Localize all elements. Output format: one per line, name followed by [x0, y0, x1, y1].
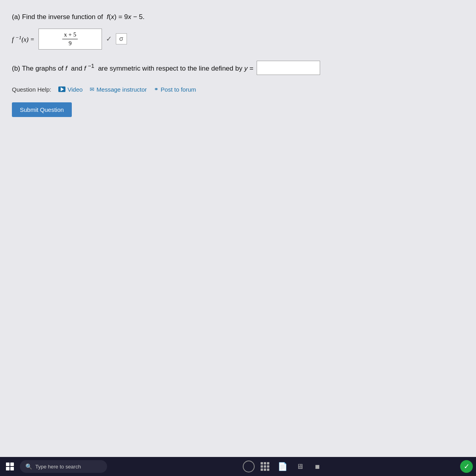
taskbar-search-icon: 🔍	[25, 463, 32, 470]
submit-button[interactable]: Submit Question	[12, 102, 72, 117]
windows-logo-icon	[6, 463, 14, 470]
taskbar-search-text: Type here to search	[35, 464, 81, 470]
video-link-text: Video	[67, 86, 83, 93]
taskbar: 🔍 Type here to search 📄 🖥 ■ ✓	[0, 457, 476, 476]
part-a-function: f(x) = 9x − 5.	[105, 13, 144, 21]
taskbar-apps-button[interactable]	[258, 459, 272, 474]
part-b: (b) The graphs of f and f −1 are symmetr…	[12, 61, 464, 75]
forum-icon: ⚭	[154, 86, 159, 92]
answer-box-b[interactable]	[257, 61, 320, 75]
check-icon[interactable]: ✓	[106, 35, 112, 43]
taskbar-green-circle-button[interactable]: ✓	[460, 460, 473, 473]
post-to-forum-link[interactable]: ⚭ Post to forum	[154, 86, 196, 93]
start-button[interactable]	[0, 457, 20, 476]
part-a-question: (a) Find the inverse function of f(x) = …	[12, 12, 464, 22]
part-b-text-before: (b) The graphs of f and f −1 are symmetr…	[12, 63, 253, 73]
question-help: Question Help: Video ✉ Message instructo…	[12, 86, 464, 93]
taskbar-monitor-button[interactable]: 🖥	[293, 459, 307, 474]
fraction-numerator: x + 5	[62, 31, 78, 39]
main-content: (a) Find the inverse function of f(x) = …	[0, 0, 476, 457]
taskbar-right: ✓	[460, 460, 476, 473]
message-instructor-link[interactable]: ✉ Message instructor	[90, 86, 147, 93]
envelope-icon: ✉	[90, 86, 94, 92]
part-b-row: (b) The graphs of f and f −1 are symmetr…	[12, 61, 464, 75]
taskbar-file-button[interactable]: 📄	[275, 459, 290, 474]
forum-link-text: Post to forum	[161, 86, 196, 93]
taskbar-search[interactable]: 🔍 Type here to search	[20, 460, 107, 473]
video-link[interactable]: Video	[58, 86, 83, 93]
part-a: (a) Find the inverse function of f(x) = …	[12, 12, 464, 50]
taskbar-circle-button[interactable]	[243, 461, 255, 472]
taskbar-extra-button[interactable]: ■	[310, 459, 324, 474]
message-link-text: Message instructor	[96, 86, 147, 93]
answer-box-a[interactable]: x + 5 9	[38, 29, 102, 50]
part-a-label: (a) Find the inverse function of	[12, 13, 103, 21]
f-inverse-label: f −1(x) =	[12, 35, 35, 43]
video-icon	[58, 86, 65, 92]
fraction-display: x + 5 9	[62, 31, 78, 47]
part-a-answer-row: f −1(x) = x + 5 9 ✓ σ	[12, 29, 464, 50]
apps-grid-icon	[261, 462, 269, 471]
question-help-label: Question Help:	[12, 86, 51, 93]
taskbar-center: 📄 🖥 ■	[107, 459, 460, 474]
fraction-denominator: 9	[67, 39, 73, 47]
sigma-icon[interactable]: σ	[116, 33, 127, 44]
